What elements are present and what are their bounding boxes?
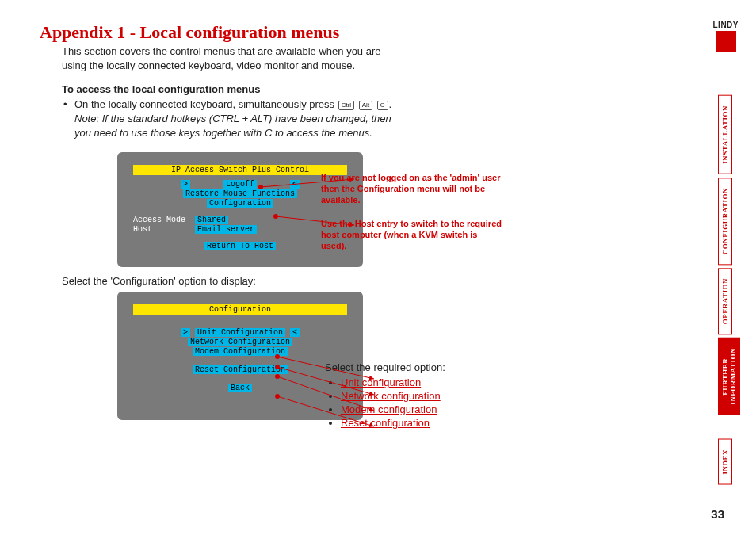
options-block: Select the required option: Unit configu… (325, 361, 445, 430)
tab-configuration[interactable]: CONFIGURATION (718, 178, 732, 265)
intro-text: This section covers the control menus th… (62, 44, 395, 72)
term1-access-value: Shared (195, 216, 228, 224)
term1-title: IP Access Switch Plus Control (133, 165, 347, 175)
term2-back: Back (228, 384, 252, 392)
term1-host-label: Host (133, 225, 152, 234)
term1-host-value: Email server (195, 225, 257, 234)
tab-further-information[interactable]: FURTHER INFORMATION (718, 338, 740, 415)
access-bullet-text: On the locally connected keyboard, simul… (74, 98, 338, 110)
tab-operation[interactable]: OPERATION (718, 268, 732, 334)
term2-modem: Modem Configuration (193, 347, 288, 356)
term2-reset: Reset Configuration (193, 365, 288, 374)
key-c: C (377, 101, 388, 110)
access-note: Note: If the standard hotkeys (CTRL + AL… (74, 112, 407, 139)
link-network-config[interactable]: Network configuration (341, 390, 441, 402)
term1-logoff-row: > Logoff < (133, 180, 347, 189)
term1-restore: Restore Mouse Functions (183, 189, 297, 198)
link-unit-config[interactable]: Unit configuration (341, 376, 421, 388)
side-tabs: INSTALLATION CONFIGURATION OPERATION FUR… (718, 95, 739, 488)
brand-logo: LINDY (713, 21, 739, 52)
term1-logoff: Logoff (223, 180, 257, 189)
midtext: Select the 'Configuration' option to dis… (62, 275, 658, 287)
callout-admin: If you are not logged on as the 'admin' … (321, 173, 503, 205)
term2-unit: Unit Configuration (195, 328, 285, 337)
access-heading: To access the local configuration menus (62, 83, 658, 95)
term1-config: Configuration (207, 199, 273, 208)
term2-network: Network Configuration (188, 338, 292, 346)
access-bullet: On the locally connected keyboard, simul… (74, 98, 658, 110)
term1-access-label: Access Mode (133, 216, 185, 224)
link-reset-config[interactable]: Reset configuration (341, 417, 430, 429)
options-list: Unit configuration Network configuration… (341, 376, 445, 429)
page-content: Appendix 1 - Local configuration menus T… (0, 0, 697, 420)
page-title: Appendix 1 - Local configuration menus (40, 22, 658, 43)
tab-installation[interactable]: INSTALLATION (718, 95, 732, 174)
link-modem-config[interactable]: Modem configuration (341, 403, 437, 415)
page-number: 33 (711, 507, 724, 521)
term1-access-row: Access Mode Shared (133, 216, 347, 224)
options-label: Select the required option: (325, 361, 445, 373)
term2-title: Configuration (133, 304, 347, 315)
term1-host-row: Host Email server (133, 225, 347, 234)
brand-square-icon (716, 31, 736, 52)
term1-return: Return To Host (204, 242, 276, 250)
brand-text: LINDY (713, 21, 739, 29)
key-alt: Alt (359, 101, 372, 110)
callout-host: Use the Host entry to switch to the requ… (321, 219, 503, 251)
tab-index[interactable]: INDEX (718, 439, 732, 485)
key-ctrl: Ctrl (338, 101, 354, 110)
term2-unit-row: > Unit Configuration < (133, 328, 347, 337)
